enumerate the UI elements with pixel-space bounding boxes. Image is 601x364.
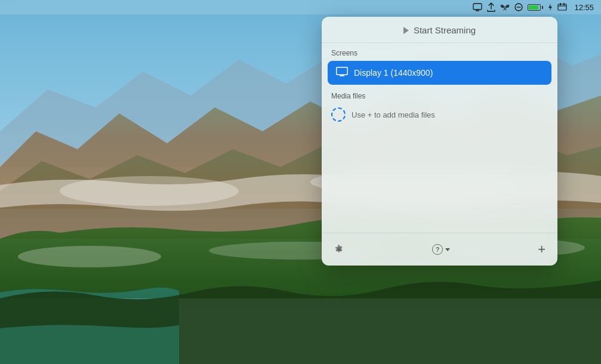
start-streaming-button[interactable]: Start Streaming	[403, 25, 476, 35]
svg-rect-15	[337, 67, 348, 75]
display-icon	[336, 67, 348, 79]
menubar-icons: 12:55	[473, 2, 594, 12]
chevron-down-icon	[445, 248, 450, 251]
add-source-button[interactable]: +	[535, 239, 548, 260]
battery-menubar-icon	[528, 4, 543, 11]
settings-button[interactable]	[331, 242, 347, 257]
svg-rect-11	[558, 4, 566, 10]
monitor-menubar-icon[interactable]	[473, 3, 482, 11]
svg-rect-13	[563, 3, 565, 5]
media-files-section: Media files Use + to add media files	[322, 90, 557, 125]
plus-icon: +	[538, 242, 545, 257]
popup-footer: ? +	[322, 233, 557, 266]
popup-header: Start Streaming	[322, 17, 557, 43]
play-icon	[403, 27, 409, 34]
help-button[interactable]: ?	[430, 242, 452, 257]
timemachine-menubar-icon[interactable]	[557, 3, 567, 11]
screens-section-label: Screens	[322, 43, 557, 61]
svg-rect-12	[560, 3, 561, 5]
dnd-menubar-icon[interactable]	[514, 3, 523, 11]
media-files-section-label: Media files	[322, 90, 557, 104]
add-media-row: Use + to add media files	[322, 104, 557, 125]
footer-center: ?	[430, 242, 452, 257]
upload-menubar-icon[interactable]	[487, 2, 495, 12]
menubar-time: 12:55	[574, 3, 594, 12]
butterfly-menubar-icon[interactable]	[500, 3, 510, 11]
display-item-1[interactable]: Display 1 (1440x900)	[328, 61, 551, 85]
svg-point-3	[18, 246, 161, 267]
add-media-placeholder: Use + to add media files	[352, 110, 435, 119]
svg-rect-6	[473, 4, 482, 10]
charging-menubar-icon	[548, 3, 553, 11]
display-1-label: Display 1 (1440x900)	[354, 68, 433, 78]
streaming-popup: Start Streaming Screens Display 1 (1440x…	[322, 17, 557, 266]
popup-content-area	[322, 125, 557, 233]
screens-section: Screens Display 1 (1440x900)	[322, 43, 557, 85]
footer-right: +	[535, 239, 548, 260]
footer-left	[331, 242, 347, 257]
svg-point-1	[60, 176, 239, 206]
start-streaming-label: Start Streaming	[414, 25, 476, 35]
add-media-circle-icon	[331, 107, 346, 122]
menubar: 12:55	[0, 0, 601, 14]
question-circle-icon: ?	[432, 244, 443, 255]
gear-icon	[334, 244, 344, 255]
